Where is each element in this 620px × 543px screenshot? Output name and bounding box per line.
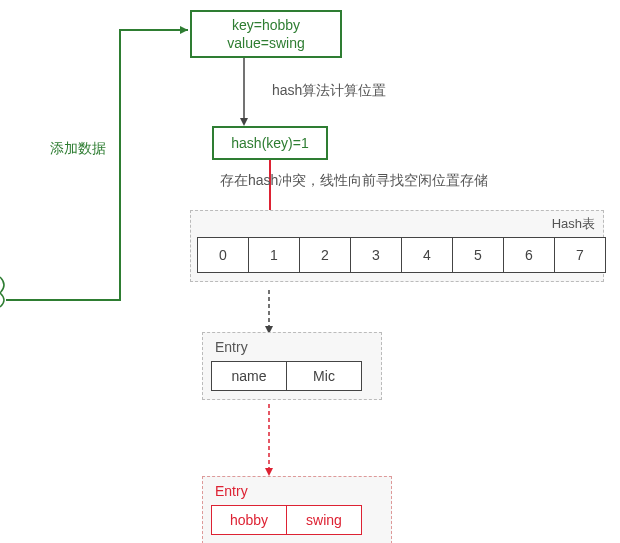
input-value-line: value=swing <box>202 34 330 52</box>
entry2-title: Entry <box>211 483 383 499</box>
entry1-key: name <box>211 361 287 391</box>
diagram-canvas: key=hobby value=swing 添加数据 hash算法计算位置 ha… <box>0 0 620 543</box>
hash-slot-0: 0 <box>197 237 249 273</box>
entry-existing: Entry name Mic <box>202 332 382 400</box>
entry1-row: name Mic <box>211 361 373 391</box>
entry-new: Entry hobby swing <box>202 476 392 543</box>
hash-table-title: Hash表 <box>552 215 595 233</box>
hash-slot-5: 5 <box>452 237 504 273</box>
entry2-row: hobby swing <box>211 505 383 535</box>
entry2-key: hobby <box>211 505 287 535</box>
hash-slot-6: 6 <box>503 237 555 273</box>
svg-marker-11 <box>265 468 273 476</box>
hash-slot-2: 2 <box>299 237 351 273</box>
hash-slot-3: 3 <box>350 237 402 273</box>
svg-marker-0 <box>180 26 188 34</box>
add-data-label: 添加数据 <box>50 140 106 158</box>
input-key-line: key=hobby <box>202 16 330 34</box>
input-kv-box: key=hobby value=swing <box>190 10 342 58</box>
hash-row: 0 1 2 3 4 5 6 7 <box>197 237 606 273</box>
entry1-value: Mic <box>286 361 362 391</box>
svg-marker-2 <box>240 118 248 126</box>
hash-slot-1: 1 <box>248 237 300 273</box>
hash-slot-4: 4 <box>401 237 453 273</box>
hash-table: Hash表 0 1 2 3 4 5 6 7 <box>190 210 604 282</box>
hash-step-label: hash算法计算位置 <box>272 82 386 100</box>
hash-slot-7: 7 <box>554 237 606 273</box>
hash-result-box: hash(key)=1 <box>212 126 328 160</box>
entry2-value: swing <box>286 505 362 535</box>
hash-result-text: hash(key)=1 <box>231 135 308 151</box>
entry1-title: Entry <box>211 339 373 355</box>
collision-label: 存在hash冲突，线性向前寻找空闲位置存储 <box>220 172 488 190</box>
